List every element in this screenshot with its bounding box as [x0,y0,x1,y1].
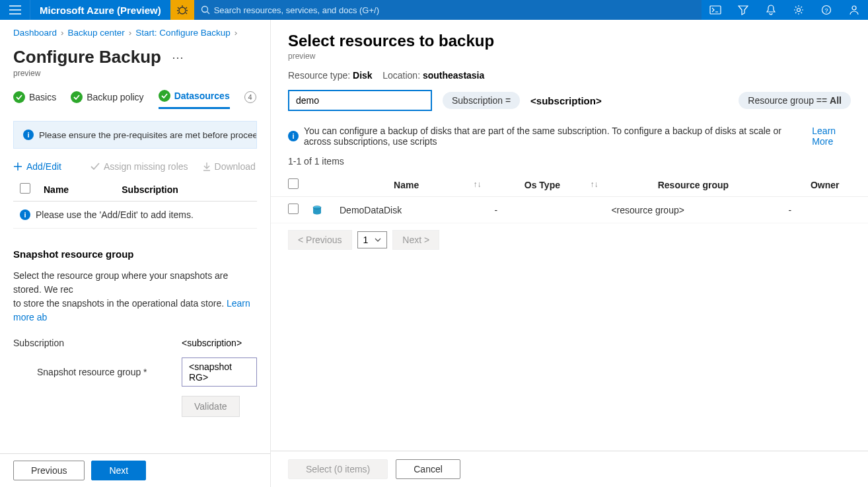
empty-table-msg: i Please use the 'Add/Edit' to add items… [13,202,257,229]
col-name[interactable]: Name [37,178,115,202]
scope-info: i You can configure a backup of disks th… [271,126,868,147]
breadcrumb: Dashboard › Backup center › Start: Confi… [13,28,257,38]
snapshot-rg-value: <snapshot RG> [189,361,250,383]
step-four[interactable]: 4 [244,91,256,108]
prerequisites-text: Please ensure the pre-requisites are met… [39,130,257,140]
filter-search-input[interactable] [288,90,432,111]
chevron-right-icon: › [129,28,132,38]
step-policy-label: Backup policy [87,92,143,102]
svg-point-3 [797,9,801,12]
search-input[interactable] [214,0,695,20]
feedback-button[interactable] [840,0,868,20]
cell-owner: - [781,197,868,223]
directory-filter-button[interactable] [729,0,757,20]
cloud-shell-button[interactable] [702,0,729,20]
subscription-value: <subscription> [182,338,257,348]
snapshot-rg-desc: Select the resource group where your sna… [13,269,257,324]
notifications-button[interactable] [757,0,785,20]
previous-button[interactable]: Previous [13,461,85,480]
filter-icon [738,5,748,15]
col-owner[interactable]: Owner [781,173,868,197]
svg-point-0 [179,7,186,14]
resourcegroup-filter-pill[interactable]: Resource group == All [739,92,851,109]
download-template-button: Download role [203,161,257,172]
top-bar: Microsoft Azure (Preview) ? [0,0,868,20]
preview-bug-button[interactable] [170,0,194,20]
assign-roles-label: Assign missing roles [104,161,188,172]
search-box[interactable] [194,0,702,20]
step-datasources[interactable]: Datasources [159,90,230,109]
page-title: Configure Backup [13,47,161,67]
plus-icon [13,162,22,171]
scope-info-text: You can configure a backup of disks that… [304,126,807,147]
cell-rg: <resource group> [604,197,781,223]
pager-prev-button: < Previous [288,230,352,250]
check-icon [90,162,100,171]
pager-page-select[interactable]: 1 [357,231,388,248]
disk-icon [312,205,322,215]
hamburger-icon [9,5,21,15]
step-datasources-label: Datasources [174,91,230,101]
col-name[interactable]: Name↑↓ [333,173,488,197]
select-all-checkbox[interactable] [20,183,30,194]
scope-learn-more-link[interactable]: Learn More [812,126,851,147]
info-icon: i [288,131,299,141]
check-icon [71,91,83,103]
brand-label[interactable]: Microsoft Azure (Preview) [30,5,170,16]
breadcrumb-dashboard[interactable]: Dashboard [13,28,57,38]
cancel-button[interactable]: Cancel [396,459,460,479]
svg-text:?: ? [824,7,828,14]
hamburger-menu[interactable] [0,0,30,20]
bug-icon [177,5,188,15]
panel-preview-label: preview [288,52,851,61]
next-button[interactable]: Next [91,461,146,480]
help-icon: ? [821,5,832,15]
subscription-filter-pill[interactable]: Subscription = [443,92,520,109]
wizard-steps: Basics Backup policy Datasources 4 [13,90,257,109]
snapshot-rg-label: Snapshot resource group * [13,367,182,377]
empty-msg-text: Please use the 'Add/Edit' to add items. [36,209,194,220]
sort-icon: ↑↓ [473,180,481,189]
select-button: Select (0 items) [288,459,388,479]
download-template-label: Download role [215,161,257,172]
bell-icon [766,5,776,15]
check-icon [159,90,170,102]
col-os-type[interactable]: Os Type↑↓ [488,173,604,197]
settings-button[interactable] [785,0,813,20]
breadcrumb-backup-center[interactable]: Backup center [68,28,125,38]
check-icon [13,91,25,103]
select-all-checkbox[interactable] [288,178,299,189]
configure-backup-pane: Dashboard › Backup center › Start: Confi… [0,20,271,487]
add-edit-button[interactable]: Add/Edit [13,161,61,172]
step-backup-policy[interactable]: Backup policy [71,91,143,108]
chevron-down-icon [375,238,381,242]
snapshot-rg-select[interactable]: <snapshot RG> [182,357,257,387]
cell-os: - [488,197,604,223]
more-actions-button[interactable]: ⋯ [172,50,184,65]
subscription-filter-value: <subscription> [530,95,602,106]
panel-meta: Resource type: Disk Location: southeasta… [288,70,851,81]
wizard-footer: Previous Next [0,453,270,487]
row-checkbox[interactable] [288,204,299,214]
datasource-table: Name Subscription [13,178,257,202]
info-icon: i [23,130,34,140]
svg-point-1 [201,7,207,13]
select-resources-pane: Select resources to backup preview Resou… [271,20,868,487]
datasource-toolbar: Add/Edit Assign missing roles Download r… [13,161,257,172]
step-basics[interactable]: Basics [13,91,56,108]
item-count: 1-1 of 1 items [271,156,868,167]
assign-roles-button: Assign missing roles [90,161,188,172]
chevron-right-icon: › [235,28,238,38]
cell-name: DemoDataDisk [333,197,488,223]
panel-footer: Select (0 items) Cancel [271,451,868,487]
add-edit-label: Add/Edit [26,161,61,172]
validate-button: Validate [182,396,240,417]
table-row[interactable]: DemoDataDisk - <resource group> - [271,197,868,223]
info-icon: i [20,209,30,220]
breadcrumb-configure-backup[interactable]: Start: Configure Backup [135,28,230,38]
help-button[interactable]: ? [813,0,840,20]
col-subscription[interactable]: Subscription [115,178,257,202]
download-icon [203,162,211,171]
panel-title: Select resources to backup [288,32,851,50]
col-resource-group[interactable]: Resource group [604,173,781,197]
